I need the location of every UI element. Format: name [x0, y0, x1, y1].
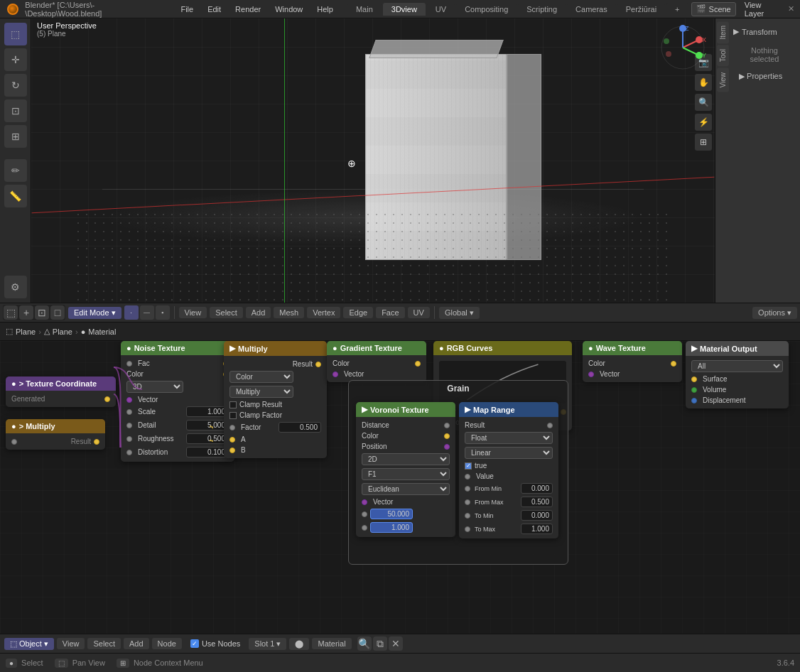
mr-frommin-input[interactable] [521, 483, 553, 494]
move-tool-button[interactable]: ✛ [4, 48, 27, 71]
scale-tool-button[interactable]: ⊡ [4, 99, 27, 122]
voronoi-texture-node[interactable]: ▶ Voronoi Texture Distance Color Positio… [356, 402, 455, 537]
menu-render[interactable]: Render [229, 4, 266, 15]
use-nodes-toggle[interactable]: ✓ Use Nodes [185, 638, 246, 649]
wave-texture-node[interactable]: ● Wave Texture Color Vector [583, 341, 682, 382]
map-range-node[interactable]: ▶ Map Range Result Float [459, 402, 558, 538]
breadcrumb-item-2[interactable]: ● Material [81, 327, 117, 336]
tab-3dview[interactable]: 3Dview [383, 3, 426, 16]
gradient-texture-node[interactable]: ● Gradient Texture Color Vector [327, 341, 426, 382]
multiply-node[interactable]: ▶ Multiply Result Color Multiply [224, 341, 327, 458]
multiply-color-select[interactable]: Color [229, 371, 293, 383]
clamp-result-checkbox[interactable] [229, 401, 237, 408]
close-workspace-icon[interactable]: ✕ [788, 4, 794, 13]
tab-cameras[interactable]: Cameras [567, 3, 616, 16]
breadcrumb-item-0[interactable]: ⬚ Plane [6, 327, 36, 336]
rotate-tool-button[interactable]: ↻ [4, 74, 27, 97]
item-tab[interactable]: Item [717, 21, 729, 43]
factor-input[interactable] [279, 422, 321, 433]
material-browse-button[interactable]: 🔍 [357, 636, 372, 651]
transform-tool-button[interactable]: ⊞ [4, 125, 27, 148]
global-dropdown[interactable]: Global ▾ [439, 307, 480, 319]
noise-dimension-select[interactable]: 3D2D [126, 381, 183, 393]
tab-scripting[interactable]: Scripting [518, 3, 566, 16]
material-icon-group[interactable]: ⬤ [289, 638, 309, 650]
menu-window[interactable]: Window [269, 4, 308, 15]
mesh-menu[interactable]: Mesh [274, 307, 304, 318]
mr-type-select[interactable]: Float [465, 432, 553, 444]
voronoi-scale-input[interactable] [370, 509, 413, 519]
mr-frommax-input[interactable] [521, 497, 553, 507]
object-mode-button[interactable]: ⬚ Object ▾ [4, 638, 54, 650]
pan-view-button[interactable]: ✋ [695, 74, 712, 91]
slot-dropdown[interactable]: Slot 1 ▾ [249, 638, 286, 650]
bottom-view-menu[interactable]: View [57, 638, 85, 649]
face-select-mode[interactable]: ▪ [156, 305, 170, 320]
mo-target-select[interactable]: All [691, 360, 783, 372]
options-button[interactable]: Options ▾ [752, 307, 797, 319]
tab-add[interactable]: + [666, 3, 688, 16]
tc-generated-socket [104, 396, 110, 402]
add-menu[interactable]: Add [246, 307, 271, 318]
vertex-menu[interactable]: Vertex [307, 307, 340, 318]
voronoi-metric-select[interactable]: Euclidean [362, 483, 450, 495]
mode-icon4[interactable]: □ [50, 305, 65, 320]
tool-tab[interactable]: Tool [717, 45, 729, 66]
annotate-tool-button[interactable]: ✏ [4, 159, 27, 182]
voronoi-feature-select[interactable]: F1 [362, 468, 450, 480]
edge-menu[interactable]: Edge [343, 307, 373, 318]
properties-section[interactable]: ▶ Properties [733, 69, 796, 84]
view-tab[interactable]: View [717, 68, 729, 92]
material-copy-button[interactable]: ⧉ [373, 636, 387, 651]
menu-file[interactable]: File [175, 4, 199, 15]
noise-detail-input[interactable] [186, 420, 229, 430]
mr-tomax-input[interactable] [521, 524, 553, 534]
menu-help[interactable]: Help [311, 4, 339, 15]
extra-tool-button[interactable]: ⚙ [4, 276, 27, 298]
vertex-select-mode[interactable]: · [124, 305, 139, 320]
select-mode-icon[interactable]: ⬚ [4, 305, 18, 320]
clamp-factor-checkbox[interactable] [229, 412, 237, 419]
uv-menu[interactable]: UV [408, 307, 430, 318]
noise-distortion-input[interactable] [186, 447, 229, 457]
bottom-select-menu[interactable]: Select [87, 638, 121, 649]
menu-edit[interactable]: Edit [202, 4, 227, 15]
measure-tool-button[interactable]: 📏 [4, 185, 27, 207]
node-editor[interactable]: ● > Texture Coordinate Generated ● > Mul… [0, 341, 800, 634]
material-name-field[interactable]: Material [312, 638, 351, 649]
voronoi-randomness-input[interactable] [370, 522, 413, 533]
tab-uv[interactable]: UV [427, 3, 455, 16]
mode-icon3[interactable]: ⊡ [35, 305, 49, 320]
cursor-mode-icon[interactable]: + [19, 305, 33, 320]
bottom-node-menu[interactable]: Node [152, 638, 182, 649]
breadcrumb-item-1[interactable]: △ Plane [44, 327, 72, 336]
zoom-view-button[interactable]: 🔍 [695, 94, 712, 111]
tab-peržiūrai[interactable]: Peržiūrai [617, 3, 665, 16]
mr-tomin-input[interactable] [521, 510, 553, 521]
edge-select-mode[interactable]: — [140, 305, 154, 320]
edit-mode-dropdown[interactable]: Edit Mode ▾ [68, 307, 121, 319]
noise-roughness-input[interactable] [186, 433, 229, 444]
multiply2-node[interactable]: ● > Multiply Result [6, 419, 105, 450]
voronoi-dimension-select[interactable]: 2D3D [362, 453, 450, 465]
view-menu[interactable]: View [179, 307, 207, 318]
tab-main[interactable]: Main [347, 3, 382, 16]
select-menu[interactable]: Select [210, 307, 243, 318]
texture-coordinate-node[interactable]: ● > Texture Coordinate Generated [6, 376, 116, 407]
material-delete-button[interactable]: ✕ [389, 636, 403, 651]
noise-texture-node[interactable]: ● Noise Texture Fac Color 3D2D [121, 341, 234, 462]
render-button[interactable]: ⚡ [695, 114, 712, 131]
mr-interp-select[interactable]: Linear [465, 447, 553, 459]
noise-scale-input[interactable] [186, 406, 229, 417]
bottom-add-menu[interactable]: Add [124, 638, 149, 649]
select-tool-button[interactable]: ⬚ [4, 23, 27, 45]
tab-compositing[interactable]: Compositing [456, 3, 517, 16]
3d-viewport[interactable]: ⊕ User Perspective (5) Plane 📷 ✋ 🔍 ⚡ ⊞ [31, 18, 715, 303]
viewport-gizmo[interactable]: X Y Z [658, 23, 708, 72]
grid-toggle-button[interactable]: ⊞ [695, 134, 712, 151]
multiply-mode-select[interactable]: Multiply [229, 386, 293, 398]
material-output-node[interactable]: ▶ Material Output All Surface Volume [686, 341, 789, 408]
mr-clamp-checkbox[interactable]: ✓ [465, 462, 472, 470]
scene-selector[interactable]: 🎬 Scene [691, 2, 736, 16]
face-menu[interactable]: Face [376, 307, 404, 318]
